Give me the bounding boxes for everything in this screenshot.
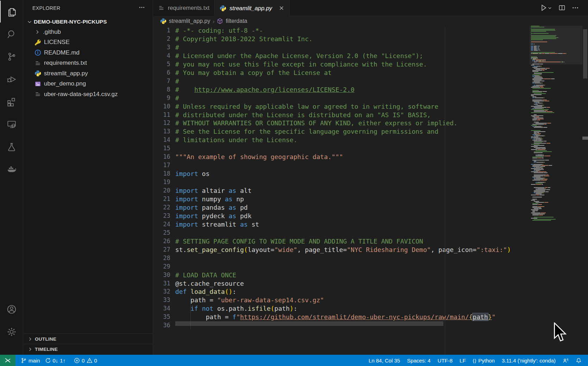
minimap-line bbox=[531, 58, 538, 59]
minimap-line bbox=[531, 124, 547, 125]
chevron-right-icon bbox=[27, 347, 33, 352]
explorer-more-actions-icon[interactable] bbox=[139, 4, 145, 12]
tab-requirements.txt[interactable]: requirements.txt bbox=[153, 0, 215, 16]
activity-bar-item-search[interactable] bbox=[0, 23, 23, 45]
code-line[interactable]: 7# bbox=[153, 77, 588, 86]
code-line[interactable]: 11# distributed under the License is dis… bbox=[153, 111, 588, 119]
remote-indicator[interactable] bbox=[0, 355, 15, 366]
code-line[interactable]: 15 bbox=[153, 144, 588, 153]
code-line[interactable]: 10# Unless required by applicable law or… bbox=[153, 102, 588, 111]
sync-status[interactable]: 0↓ 1↑ bbox=[43, 355, 68, 366]
line-number: 29 bbox=[153, 263, 170, 271]
code-line[interactable]: 33 path = "uber-raw-data-sep14.csv.gz" bbox=[153, 296, 588, 304]
code-line[interactable]: 6# You may obtain a copy of the License … bbox=[153, 69, 588, 77]
code-line[interactable]: 25 bbox=[153, 229, 588, 237]
file-row-streamlit_app.py[interactable]: streamlit_app.py bbox=[23, 68, 153, 79]
file-row-LICENSE[interactable]: LICENSE bbox=[23, 37, 153, 48]
language-mode-status[interactable]: {} Python bbox=[469, 355, 498, 366]
key-icon bbox=[34, 39, 41, 46]
code-line[interactable]: 30# LOAD DATA ONCE bbox=[153, 271, 588, 279]
minimap[interactable] bbox=[530, 25, 582, 355]
minimap-line bbox=[531, 38, 557, 39]
file-row-uber-raw-data-sep14.csv.gz[interactable]: uber-raw-data-sep14.csv.gz bbox=[23, 89, 153, 100]
activity-bar-item-accounts[interactable] bbox=[0, 298, 23, 320]
activity-bar-item-run-and-debug[interactable] bbox=[0, 68, 23, 90]
line-text: # -*- coding: utf-8 -*- bbox=[175, 26, 263, 35]
code-line[interactable]: 20import altair as alt bbox=[153, 187, 588, 195]
explorer-root-folder[interactable]: DEMO-UBER-NYC-PICKUPS bbox=[23, 17, 153, 27]
code-line[interactable]: 24import streamlit as st bbox=[153, 220, 588, 229]
code-area[interactable]: 1# -*- coding: utf-8 -*-2# Copyright 201… bbox=[153, 26, 588, 355]
code-line[interactable]: 3# bbox=[153, 43, 588, 52]
code-line[interactable]: 9# bbox=[153, 94, 588, 102]
sidebar-section-timeline[interactable]: TIMELINE bbox=[23, 344, 153, 354]
problems-status[interactable]: 0 0 bbox=[71, 355, 100, 366]
sidebar-title: EXPLORER bbox=[32, 5, 60, 11]
activity-bar-item-testing[interactable] bbox=[0, 136, 23, 158]
breadcrumb: streamlit_app.py › filterdata bbox=[153, 16, 588, 26]
feedback-icon[interactable] bbox=[559, 355, 572, 366]
activity-bar-item-settings[interactable] bbox=[0, 321, 23, 343]
code-line[interactable]: 31@st.cache_resource bbox=[153, 279, 588, 288]
vertical-scrollbar[interactable] bbox=[583, 29, 587, 78]
code-line[interactable]: 28 bbox=[153, 254, 588, 263]
tab-streamlit_app.py[interactable]: streamlit_app.py bbox=[215, 0, 290, 16]
file-row-README.md[interactable]: README.md bbox=[23, 48, 153, 58]
code-line[interactable]: 18import os bbox=[153, 170, 588, 178]
minimap-line bbox=[531, 176, 550, 176]
code-line[interactable]: 22import pandas as pd bbox=[153, 203, 588, 212]
minimap-line bbox=[531, 56, 537, 57]
code-line[interactable]: 17 bbox=[153, 161, 588, 170]
line-number: 6 bbox=[153, 69, 170, 77]
code-line[interactable]: 4# Licensed under the Apache License, Ve… bbox=[153, 52, 588, 60]
minimap-line bbox=[531, 83, 543, 83]
cursor-position-status[interactable]: Ln 84, Col 35 bbox=[365, 355, 404, 366]
eol-status[interactable]: LF bbox=[456, 355, 469, 366]
code-line[interactable]: 2# Copyright 2018-2022 Streamlit Inc. bbox=[153, 35, 588, 43]
breadcrumb-file[interactable]: streamlit_app.py bbox=[169, 18, 210, 24]
code-line[interactable]: 16"""An example of showing geographic da… bbox=[153, 153, 588, 161]
encoding-status[interactable]: UTF-8 bbox=[434, 355, 456, 366]
code-line[interactable]: 27st.set_page_config(layout="wide", page… bbox=[153, 246, 588, 254]
code-line[interactable]: 26# SETTING PAGE CONFIG TO WIDE MODE AND… bbox=[153, 237, 588, 246]
code-line[interactable]: 8# http://www.apache.org/licenses/LICENS… bbox=[153, 86, 588, 94]
code-line[interactable]: 32def load_data(): bbox=[153, 288, 588, 296]
activity-bar-item-explorer[interactable] bbox=[0, 1, 23, 23]
activity-bar-item-source-control[interactable] bbox=[0, 46, 23, 68]
line-text: # distributed under the License is distr… bbox=[175, 111, 431, 119]
minimap-line bbox=[531, 137, 539, 137]
code-line[interactable]: 5# you may not use this file except in c… bbox=[153, 60, 588, 69]
notifications-bell-icon[interactable] bbox=[572, 355, 585, 366]
status-bar: main 0↓ 1↑ 0 0 Ln 84, Col 35 Spaces: 4 U… bbox=[0, 355, 588, 366]
breadcrumb-symbol[interactable]: filterdata bbox=[226, 18, 247, 24]
activity-bar-item-extensions[interactable] bbox=[0, 91, 23, 113]
minimap-line bbox=[531, 195, 545, 195]
code-line[interactable]: 23import pydeck as pdk bbox=[153, 212, 588, 220]
split-editor-button[interactable] bbox=[558, 4, 565, 11]
code-line[interactable]: 1# -*- coding: utf-8 -*- bbox=[153, 26, 588, 35]
minimap-line bbox=[531, 202, 549, 203]
indentation-status[interactable]: Spaces: 4 bbox=[404, 355, 434, 366]
code-line[interactable]: 12# WITHOUT WARRANTIES OR CONDITIONS OF … bbox=[153, 119, 588, 127]
close-icon[interactable] bbox=[279, 5, 284, 11]
code-line[interactable]: 29 bbox=[153, 263, 588, 271]
activity-bar-item-docker[interactable] bbox=[0, 158, 23, 180]
branch-status[interactable]: main bbox=[18, 355, 43, 366]
minimap-line bbox=[531, 52, 555, 53]
file-row-uber_demo.png[interactable]: uber_demo.png bbox=[23, 79, 153, 89]
code-line[interactable]: 14# limitations under the License. bbox=[153, 136, 588, 144]
code-line[interactable]: 34 if not os.path.isfile(path): bbox=[153, 304, 588, 313]
code-line[interactable]: 21import numpy as np bbox=[153, 195, 588, 203]
code-line[interactable]: 19 bbox=[153, 178, 588, 187]
minimap-line bbox=[531, 77, 543, 78]
code-line[interactable]: 13# See the License for the specific lan… bbox=[153, 127, 588, 136]
run-python-file-button[interactable] bbox=[540, 4, 552, 12]
more-actions-icon[interactable] bbox=[572, 4, 579, 11]
code-line[interactable]: 35 path = f"https://github.com/streamlit… bbox=[153, 313, 588, 321]
horizontal-scrollbar[interactable] bbox=[175, 321, 443, 326]
file-row-requirements.txt[interactable]: requirements.txt bbox=[23, 58, 153, 69]
file-row-.github[interactable]: .github bbox=[23, 27, 153, 37]
python-interpreter-status[interactable]: 3.11.4 ('nightly': conda) bbox=[498, 355, 559, 366]
sidebar-section-outline[interactable]: OUTLINE bbox=[23, 334, 153, 344]
activity-bar-item-remote-explorer[interactable] bbox=[0, 113, 23, 135]
